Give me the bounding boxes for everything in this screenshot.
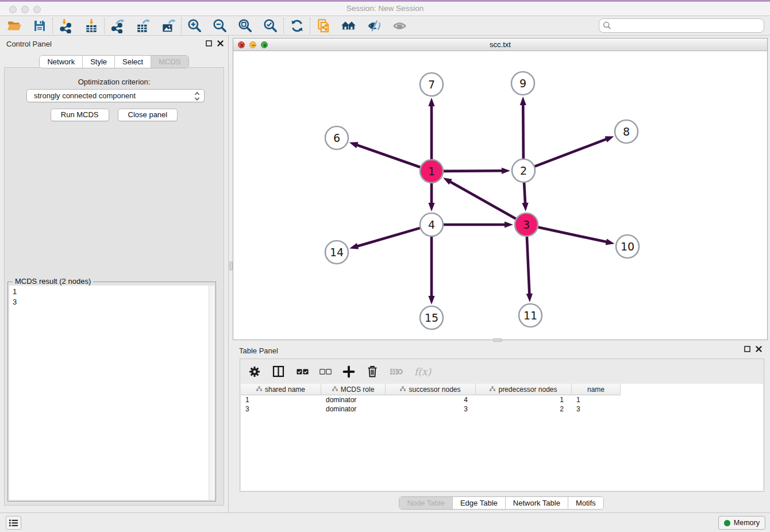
table-cell[interactable]: 4 bbox=[386, 395, 476, 404]
svg-text:11: 11 bbox=[523, 309, 537, 322]
graph-edge-1-6[interactable] bbox=[349, 142, 420, 167]
toolbar-separator bbox=[310, 18, 310, 34]
graph-edge-1-2[interactable] bbox=[444, 168, 510, 174]
table-cell[interactable]: dominator bbox=[321, 404, 386, 414]
close-panel-icon[interactable] bbox=[217, 40, 224, 47]
tab-style[interactable]: Style bbox=[83, 56, 115, 68]
result-scrollbar[interactable] bbox=[209, 286, 214, 500]
column-header-name[interactable]: name bbox=[572, 384, 621, 395]
graph-edge-2-3[interactable] bbox=[522, 183, 528, 211]
table-cell[interactable]: 2 bbox=[476, 404, 572, 414]
float-table-panel-icon[interactable] bbox=[744, 346, 750, 352]
delete-column-icon[interactable] bbox=[366, 365, 379, 379]
graph-edge-3-11[interactable] bbox=[526, 237, 533, 302]
tab-select[interactable]: Select bbox=[115, 56, 151, 68]
graph-node-9[interactable]: 9 bbox=[511, 72, 534, 95]
graph-node-11[interactable]: 11 bbox=[519, 304, 542, 327]
column-header-successor-nodes[interactable]: successor nodes bbox=[386, 384, 476, 395]
import-network-icon[interactable] bbox=[56, 17, 76, 35]
table-cell[interactable]: 3 bbox=[572, 404, 621, 414]
column-header-predecessor-nodes[interactable]: predecessor nodes bbox=[476, 384, 572, 395]
graph-node-3[interactable]: 3 bbox=[515, 213, 538, 236]
duplicate-network-icon[interactable] bbox=[314, 17, 333, 35]
network-canvas[interactable]: 7968124314101511 bbox=[233, 51, 767, 340]
graph-node-1[interactable]: 1 bbox=[420, 160, 443, 183]
table-cell[interactable]: dominator bbox=[321, 395, 386, 404]
column-header-shared-name[interactable]: shared name bbox=[241, 384, 321, 395]
control-panel: Control Panel NetworkStyleSelectMCDS Opt… bbox=[0, 36, 229, 512]
tab-mcds[interactable]: MCDS bbox=[151, 56, 188, 68]
graph-edge-3-10[interactable] bbox=[538, 227, 615, 245]
table-cell[interactable]: 3 bbox=[241, 404, 321, 414]
column-header-mcds-role[interactable]: MCDS role bbox=[321, 384, 386, 395]
import-table-icon[interactable] bbox=[82, 17, 101, 35]
tab-network[interactable]: Network bbox=[40, 56, 83, 68]
tab-node-table[interactable]: Node Table bbox=[399, 497, 453, 509]
close-table-panel-icon[interactable] bbox=[756, 346, 762, 352]
graph-node-8[interactable]: 8 bbox=[615, 120, 638, 143]
mcds-result-list[interactable]: 1 3 bbox=[9, 286, 207, 500]
memory-button[interactable]: Memory bbox=[718, 516, 765, 530]
search-icon bbox=[603, 21, 611, 30]
mcds-result-group: MCDS result (2 nodes) 1 3 bbox=[7, 282, 216, 502]
graph-node-10[interactable]: 10 bbox=[616, 235, 639, 258]
table-settings-icon[interactable] bbox=[248, 365, 261, 378]
export-image-icon[interactable] bbox=[159, 17, 178, 35]
graph-edge-4-3[interactable] bbox=[444, 221, 513, 228]
graph-edge-4-14[interactable] bbox=[349, 228, 420, 249]
status-bar: Memory bbox=[0, 512, 770, 532]
toggle-graphics-details-icon[interactable] bbox=[364, 17, 384, 35]
optimization-criterion-label: Optimization criterion: bbox=[5, 78, 224, 86]
function-builder-icon: f(x) bbox=[414, 366, 431, 377]
task-monitor-button[interactable] bbox=[6, 516, 21, 530]
graph-edge-3-1[interactable] bbox=[443, 178, 516, 218]
graph-node-4[interactable]: 4 bbox=[420, 213, 443, 236]
graph-edge-1-7[interactable] bbox=[428, 98, 434, 159]
export-network-icon[interactable] bbox=[108, 17, 128, 35]
preview-eye-icon[interactable] bbox=[390, 17, 409, 35]
horizontal-splitter-handle[interactable] bbox=[493, 338, 502, 342]
column-type-icon bbox=[332, 385, 338, 394]
tab-motifs[interactable]: Motifs bbox=[568, 497, 603, 509]
graph-edge-4-15[interactable] bbox=[428, 237, 434, 304]
vertical-splitter-handle[interactable] bbox=[229, 261, 233, 271]
export-table-icon[interactable] bbox=[133, 17, 153, 35]
run-mcds-button[interactable]: Run MCDS bbox=[51, 109, 109, 121]
unselect-all-columns-icon[interactable] bbox=[319, 368, 332, 375]
open-session-icon[interactable] bbox=[5, 17, 24, 35]
delete-table-icon[interactable] bbox=[390, 367, 403, 377]
graph-edge-1-4[interactable] bbox=[428, 183, 434, 211]
table-cell[interactable]: 3 bbox=[386, 404, 476, 414]
graph-node-2[interactable]: 2 bbox=[512, 159, 535, 182]
show-column-panel-icon[interactable] bbox=[272, 365, 286, 379]
graph-node-15[interactable]: 15 bbox=[420, 306, 443, 329]
add-column-icon[interactable] bbox=[342, 365, 355, 378]
zoom-selected-icon[interactable] bbox=[261, 17, 280, 35]
apply-layout-icon[interactable] bbox=[287, 17, 307, 35]
svg-text:6: 6 bbox=[333, 132, 340, 144]
search-input[interactable] bbox=[599, 18, 764, 33]
graph-edge-2-9[interactable] bbox=[520, 97, 526, 159]
search-box bbox=[599, 18, 764, 33]
graph-edge-2-8[interactable] bbox=[535, 136, 614, 166]
svg-text:3: 3 bbox=[523, 218, 530, 231]
table-cell[interactable]: 1 bbox=[572, 395, 621, 404]
network-window-title: scc.txt bbox=[233, 40, 767, 49]
home-view-icon[interactable] bbox=[339, 17, 359, 35]
zoom-fit-icon[interactable] bbox=[236, 17, 255, 35]
graph-node-6[interactable]: 6 bbox=[325, 126, 348, 149]
close-panel-button[interactable]: Close panel bbox=[118, 109, 178, 121]
network-window-titlebar[interactable]: scc.txt bbox=[233, 38, 767, 51]
zoom-out-icon[interactable] bbox=[210, 17, 230, 35]
graph-node-7[interactable]: 7 bbox=[420, 73, 443, 96]
select-all-columns-icon[interactable] bbox=[297, 368, 309, 375]
tab-edge-table[interactable]: Edge Table bbox=[453, 497, 506, 509]
table-cell[interactable]: 1 bbox=[241, 395, 321, 404]
save-session-icon[interactable] bbox=[30, 17, 49, 35]
criterion-select[interactable]: strongly connected component bbox=[26, 89, 205, 102]
float-panel-icon[interactable] bbox=[206, 40, 212, 47]
graph-node-14[interactable]: 14 bbox=[325, 241, 348, 264]
zoom-in-icon[interactable] bbox=[185, 17, 205, 35]
tab-network-table[interactable]: Network Table bbox=[506, 497, 568, 509]
table-cell[interactable]: 1 bbox=[476, 395, 572, 404]
